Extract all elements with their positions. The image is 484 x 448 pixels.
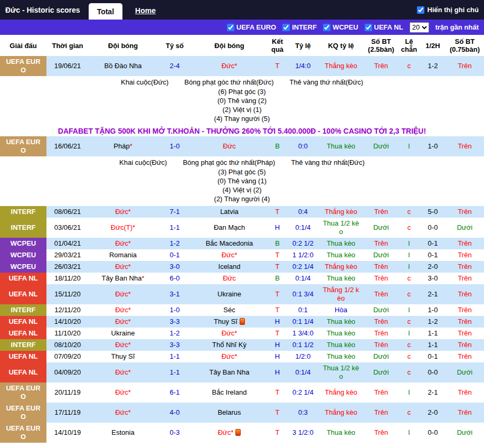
filter-checkbox[interactable] [282,24,290,31]
match-date: 19/06/21 [46,56,89,76]
odd-even: c [398,206,420,218]
column-header: Đội bóng [192,35,267,56]
halftime-score: 0-1 [420,238,445,249]
filter-label: INTERF [292,23,317,31]
focus-star: * [141,274,144,282]
over-under-0-75: Trên [445,304,484,316]
away-team: Đức* [192,328,267,339]
result-letter: T [267,382,288,403]
team-name: Đức [115,388,128,396]
over-under-0-75: Trên [445,136,484,156]
over-under-2-5: Dưới [364,351,398,362]
league-badge: UEFA NL [0,284,46,304]
handicap-result: Thua kèo [318,339,364,351]
focus-star: * [234,329,237,337]
team-name: Đức [115,263,128,270]
odd-even: l [398,382,420,403]
home-team: Pháp* [89,136,157,156]
note-header-item: Thẻ vàng thứ nhất(Đức) [291,157,365,167]
league-badge: UEFA EURO [0,403,46,423]
filter-checkbox[interactable] [323,24,330,31]
handicap-odds: 0:1 1/2 [288,339,318,351]
filter-uefa-nl[interactable]: UEFA NL [365,23,403,31]
score: 2-4 [157,56,192,76]
team-name: Pháp [113,142,129,150]
home-team: Đức* [89,316,157,328]
match-date: 15/11/20 [46,284,89,304]
focus-star: * [128,306,131,314]
match-row: INTERF08/06/21Đức*7-1LatviaT0:4Thắng kèo… [0,206,484,218]
match-date: 12/11/20 [46,304,89,316]
show-notes-toggle[interactable]: Hiển thị ghi chú [417,0,484,20]
tab-total[interactable]: Total [89,3,122,20]
handicap-odds: 0:3 [288,403,318,423]
halftime-score: 1-1 [420,328,445,339]
halftime-score: 0-1 [420,351,445,362]
team-name: Đức [115,408,128,416]
home-team: Tây Ban Nha* [89,273,157,284]
score: 1-2 [157,328,192,339]
filter-checkbox[interactable] [365,24,372,31]
team-name: Bắc Ireland [212,388,247,396]
league-badge: UEFA NL [0,328,46,339]
handicap-result: Thua kèo [318,351,364,362]
handicap-result: Thua kèo [318,249,364,261]
match-count-select[interactable]: 20 [410,22,429,33]
result-letter: T [267,403,288,423]
team-name: Belarus [217,408,241,416]
handicap-odds: 0:2 1/4 [288,261,318,273]
note-line: (2) Thay người (4) [0,194,484,203]
handicap-odds: 0:1/4 [288,273,318,284]
league-badge: UEFA NL [0,362,46,382]
away-team: Thuy Sĩ [192,316,267,328]
team-name: Đức [222,251,235,259]
historic-scores-page: Đức - Historic scores Total Home Hiển th… [0,0,484,448]
show-notes-checkbox[interactable] [417,6,424,14]
over-under-2-5: Trên [364,284,398,304]
focus-star: * [132,223,135,231]
over-under-2-5: Trên [364,273,398,284]
halftime-score: 0-0 [420,218,445,238]
team-name: Bồ Đào Nha [105,62,142,70]
away-team: Đức* [192,249,267,261]
match-count-suffix: trận gần nhất [435,23,479,31]
over-under-0-75: Trên [445,382,484,403]
result-letter: T [267,328,288,339]
handicap-result: Thua kèo [318,238,364,249]
top-bar: Đức - Historic scores Total Home Hiển th… [0,0,484,20]
match-row: UEFA EURO16/06/21Pháp*1-0ĐứcB0:0Thua kèo… [0,136,484,156]
odd-even: l [398,261,420,273]
handicap-odds: 0:1 1/4 [288,316,318,328]
over-under-0-75: Trên [445,261,484,273]
home-team: Đức* [89,403,157,423]
over-under-0-75: Dưới [445,362,484,382]
match-row: UEFA NL14/10/20Đức*3-3Thuy SĩH0:1 1/4Thu… [0,316,484,328]
odd-even: c [398,218,420,238]
filter-wcpeu[interactable]: WCPEU [323,23,358,31]
score: 3-1 [157,284,192,304]
over-under-2-5: Dưới [364,136,398,156]
over-under-0-75: Trên [445,339,484,351]
over-under-0-75: Dưới [445,423,484,443]
league-badge: UEFA EURO [0,136,46,156]
filter-uefa-euro[interactable]: UEFA EURO [227,23,276,31]
team-name: Estonia [111,428,134,436]
handicap-odds: 3 1/2:0 [288,423,318,443]
team-name: Đức [222,352,235,360]
away-team: Iceland [192,261,267,273]
handicap-odds: 1 3/4:0 [288,328,318,339]
tab-home[interactable]: Home [130,6,161,20]
result-letter: T [267,249,288,261]
home-team: Estonia [89,423,157,443]
ad-banner[interactable]: DAFABET TẶNG 500K KHI MỞ T.KHOẢN - THƯỞN… [0,126,484,136]
away-team: Séc [192,304,267,316]
league-badge: WCPEU [0,261,46,273]
over-under-2-5: Dưới [364,362,398,382]
home-team: Đức(T)* [89,218,157,238]
handicap-odds: 0:1 3/4 [288,284,318,304]
away-team: Đức [192,136,267,156]
league-badge: UEFA EURO [0,56,46,76]
filter-interf[interactable]: INTERF [282,23,317,31]
team-name: Romania [109,251,137,259]
filter-checkbox[interactable] [227,24,234,31]
